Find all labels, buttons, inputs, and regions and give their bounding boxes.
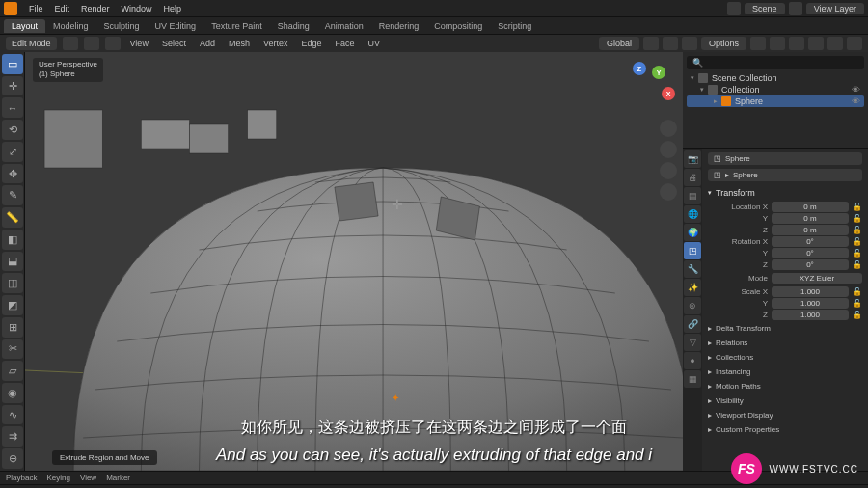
face-select-mode[interactable] — [105, 37, 121, 50]
scale-y-input[interactable]: 1.000 — [772, 298, 849, 309]
timeline-playback[interactable]: Playback — [6, 474, 37, 482]
tab-material-icon[interactable]: ● — [684, 352, 701, 369]
menu-render[interactable]: Render — [75, 4, 116, 14]
viewlayer-selector[interactable]: View Layer — [806, 3, 864, 14]
options-dropdown[interactable]: Options — [701, 37, 746, 50]
pivot-icon[interactable] — [643, 37, 659, 50]
menu-add[interactable]: Add — [196, 39, 219, 48]
tab-object-icon[interactable]: ◳ — [684, 242, 701, 259]
tab-scripting[interactable]: Scripting — [490, 19, 539, 33]
menu-select[interactable]: Select — [158, 39, 190, 48]
lock-icon[interactable]: 🔓 — [853, 226, 862, 234]
shading-wireframe-icon[interactable] — [789, 37, 804, 50]
scale-x-input[interactable]: 1.000 — [772, 286, 849, 297]
pan-icon[interactable] — [660, 141, 677, 158]
visibility-section[interactable]: ▸Visibility — [708, 393, 862, 408]
rotation-mode-dropdown[interactable]: XYZ Euler — [772, 273, 862, 284]
tab-modifier-icon[interactable]: 🔧 — [684, 260, 701, 278]
tool-edgeslide[interactable]: ⇉ — [2, 426, 23, 447]
tab-sculpting[interactable]: Sculpting — [96, 19, 148, 33]
tool-add-cube[interactable]: ◧ — [2, 230, 23, 250]
menu-edit[interactable]: Edit — [49, 4, 76, 14]
tab-layout[interactable]: Layout — [4, 19, 45, 33]
zoom-icon[interactable] — [660, 120, 677, 137]
overlay-icon[interactable] — [750, 37, 766, 50]
vertex-select-mode[interactable] — [63, 37, 78, 50]
tab-compositing[interactable]: Compositing — [426, 19, 490, 33]
outliner-row-scene[interactable]: ▾ Scene Collection — [687, 72, 864, 84]
lock-icon[interactable]: 🔓 — [853, 214, 862, 223]
menu-view[interactable]: View — [126, 39, 152, 48]
rotation-x-input[interactable]: 0° — [772, 236, 849, 247]
lock-icon[interactable]: 🔓 — [853, 203, 862, 211]
tab-rendering[interactable]: Rendering — [371, 19, 427, 33]
tab-output-icon[interactable]: 🖨 — [684, 169, 701, 186]
navigation-gizmo[interactable]: X Y Z — [621, 60, 675, 114]
viewportdisplay-section[interactable]: ▸Viewport Display — [708, 408, 862, 422]
tool-shrink[interactable]: ⊖ — [2, 448, 23, 469]
motionpaths-section[interactable]: ▸Motion Paths — [708, 379, 862, 393]
collections-section[interactable]: ▸Collections — [708, 350, 862, 365]
camera-icon[interactable] — [660, 162, 677, 179]
tool-annotate[interactable]: ✎ — [2, 185, 23, 205]
menu-file[interactable]: File — [23, 4, 49, 14]
tab-particles-icon[interactable]: ✨ — [684, 279, 701, 296]
tab-animation[interactable]: Animation — [317, 19, 371, 33]
timeline-view[interactable]: View — [80, 474, 96, 482]
tab-data-icon[interactable]: ▽ — [684, 334, 701, 351]
scene-icon[interactable] — [727, 2, 741, 15]
instancing-section[interactable]: ▸Instancing — [708, 365, 862, 379]
snap-icon[interactable] — [663, 37, 678, 50]
tool-extrude[interactable]: ⬓ — [2, 252, 23, 272]
data-name-field[interactable]: ◳▸Sphere — [708, 169, 862, 181]
lock-icon[interactable]: 🔓 — [853, 237, 862, 246]
edge-select-mode[interactable] — [84, 37, 99, 50]
tab-scene-icon[interactable]: 🌐 — [684, 205, 701, 223]
tool-smooth[interactable]: ∿ — [2, 405, 23, 425]
perspective-icon[interactable] — [660, 183, 677, 201]
lock-icon[interactable]: 🔓 — [853, 249, 862, 258]
tool-move[interactable]: ↔ — [2, 97, 23, 118]
location-y-input[interactable]: 0 m — [772, 213, 849, 224]
transform-orientation[interactable]: Global — [599, 37, 639, 50]
menu-face[interactable]: Face — [331, 39, 358, 48]
tab-uvediting[interactable]: UV Editing — [148, 19, 204, 33]
menu-uv[interactable]: UV — [365, 39, 385, 48]
tool-cursor[interactable]: ✛ — [2, 76, 23, 96]
tool-loopcut[interactable]: ⊞ — [2, 317, 23, 338]
lock-icon[interactable]: 🔓 — [853, 287, 862, 296]
customprops-section[interactable]: ▸Custom Properties — [708, 422, 862, 437]
mode-dropdown[interactable]: Edit Mode — [6, 37, 57, 50]
tool-select-box[interactable]: ▭ — [2, 54, 23, 74]
menu-vertex[interactable]: Vertex — [259, 39, 292, 48]
relations-section[interactable]: ▸Relations — [708, 336, 862, 350]
tool-polybuild[interactable]: ▱ — [2, 361, 23, 381]
location-x-input[interactable]: 0 m — [772, 202, 849, 212]
outliner-row-sphere[interactable]: ▸ Sphere 👁 — [687, 95, 864, 107]
tool-bevel[interactable]: ◩ — [2, 295, 23, 315]
axis-z-icon[interactable]: Z — [633, 62, 646, 75]
3d-viewport[interactable]: User Perspective (1) Sphere X Y Z ✛ ✦ Ex… — [25, 52, 683, 471]
tool-transform[interactable]: ✥ — [2, 164, 23, 184]
timeline-marker[interactable]: Marker — [106, 474, 130, 482]
tab-world-icon[interactable]: 🌍 — [684, 224, 701, 241]
proportional-icon[interactable] — [682, 37, 697, 50]
outliner-search-input[interactable]: 🔍 — [687, 56, 864, 69]
tool-scale[interactable]: ⤢ — [2, 142, 23, 162]
tab-texture-icon[interactable]: ▦ — [684, 370, 701, 388]
axis-y-icon[interactable]: Y — [652, 66, 665, 79]
object-name-field[interactable]: ◳Sphere — [708, 152, 862, 165]
shading-solid-icon[interactable] — [808, 37, 824, 50]
last-operator-panel[interactable]: Extrude Region and Move — [52, 450, 157, 465]
tab-texturepaint[interactable]: Texture Paint — [203, 19, 270, 33]
tool-knife[interactable]: ✂ — [2, 339, 23, 360]
tab-shading[interactable]: Shading — [270, 19, 317, 33]
tab-modeling[interactable]: Modeling — [45, 19, 96, 33]
menu-help[interactable]: Help — [158, 4, 188, 14]
tab-physics-icon[interactable]: ⊚ — [684, 297, 701, 314]
lock-icon[interactable]: 🔓 — [853, 311, 862, 319]
axis-x-icon[interactable]: X — [662, 87, 675, 100]
rotation-y-input[interactable]: 0° — [772, 248, 849, 258]
tool-inset[interactable]: ◫ — [2, 273, 23, 293]
tab-render-icon[interactable]: 📷 — [684, 150, 701, 168]
